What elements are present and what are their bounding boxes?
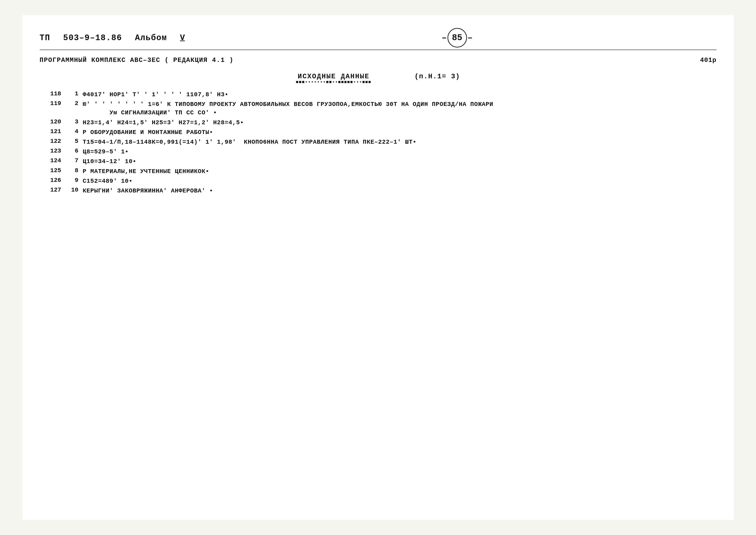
- row-num1: 121: [40, 128, 66, 135]
- row-num1: 123: [40, 148, 66, 154]
- row-num2: 9: [66, 177, 83, 183]
- data-header-left: ИСХОДНЫЕ ДАННЫЕ ■■■▪▪▪▪▪▪▪■■▪▪■■■■■▪▪▪■■…: [296, 72, 371, 84]
- row-num2: 2: [66, 100, 83, 107]
- row-num1: 120: [40, 119, 66, 125]
- header-album-label: Альбом: [135, 33, 167, 42]
- data-header: ИСХОДНЫЕ ДАННЫЕ ■■■▪▪▪▪▪▪▪■■▪▪■■■■■▪▪▪■■…: [40, 72, 716, 84]
- row-num1: 118: [40, 90, 66, 97]
- table-row: 1236Ц8=529–5' 1•: [40, 148, 716, 156]
- row-content: Ю' ' ' ' ' ' ' ' 1=6' К ТИПОВОМУ ПРОЕКТУ…: [83, 100, 716, 117]
- row-content: Т15=04–1/П,18–1148К=0,991(=14)' 1' 1,98'…: [83, 138, 716, 146]
- table-row: 1225Т15=04–1/П,18–1148К=0,991(=14)' 1' 1…: [40, 138, 716, 146]
- table-row: 1192Ю' ' ' ' ' ' ' ' 1=6' К ТИПОВОМУ ПРО…: [40, 100, 716, 117]
- header-code: 503–9–18.86: [63, 33, 122, 42]
- row-num1: 126: [40, 177, 66, 183]
- data-section-params: (п.Н.1= 3): [415, 72, 460, 80]
- row-content: Н23=1,4' Н24=1,5' Н25=3' Н27=1,2' Н28=4,…: [83, 119, 716, 127]
- table-row: 1181Ф4017' НОР1' Т' ' 1' ' ' ' 1107,8' Н…: [40, 90, 716, 99]
- table-row: 1247Ц10=34–12' 10•: [40, 157, 716, 166]
- table-row: 1258Р МАТЕРИАЛЫ,НЕ УЧТЕННЫЕ ЦЕННИКОК•: [40, 167, 716, 176]
- circle-badge: 85: [447, 28, 467, 47]
- row-num2: 3: [66, 119, 83, 125]
- row-num2: 6: [66, 148, 83, 154]
- row-num1: 125: [40, 167, 66, 174]
- header-center: 85: [198, 28, 716, 47]
- table-row: 1203Н23=1,4' Н24=1,5' Н25=3' Н27=1,2' Н2…: [40, 119, 716, 127]
- row-content: КЕРЫГНИ' ЗАКОВРЯЖИННА' АНФЕРОВА' •: [83, 186, 716, 195]
- row-num1: 122: [40, 138, 66, 145]
- table-row: 1269С152=489' 10•: [40, 177, 716, 185]
- row-content: Ц10=34–12' 10•: [83, 157, 716, 166]
- data-section-title: ИСХОДНЫЕ ДАННЫЕ: [296, 72, 371, 80]
- row-num2: 4: [66, 128, 83, 135]
- row-num2: 7: [66, 157, 83, 164]
- row-content: С152=489' 10•: [83, 177, 716, 185]
- row-num1: 127: [40, 186, 66, 193]
- row-num1: 119: [40, 100, 66, 107]
- row-num2: 1: [66, 90, 83, 97]
- row-content: Ф4017' НОР1' Т' ' 1' ' ' ' 1107,8' Н3•: [83, 90, 716, 99]
- row-content: Р ОБОРУДОВАНИЕ И МОНТАЖНЫЕ РАБОТЫ•: [83, 128, 716, 137]
- row-content: Ц8=529–5' 1•: [83, 148, 716, 156]
- row-num2: 8: [66, 167, 83, 174]
- subtitle-row: ПРОГРАММНЫЙ КОМПЛЕКС ABC–3ЕС ( РЕДАКЦИЯ …: [40, 57, 716, 64]
- subtitle-text: ПРОГРАММНЫЙ КОМПЛЕКС ABC–3ЕС ( РЕДАКЦИЯ …: [40, 57, 234, 64]
- row-num1: 124: [40, 157, 66, 164]
- page: ТП 503–9–18.86 Альбом V 85 ПРОГРАММНЫЙ К…: [22, 15, 734, 520]
- row-content: Р МАТЕРИАЛЫ,НЕ УЧТЕННЫЕ ЦЕННИКОК•: [83, 167, 716, 176]
- tp-label: ТП: [40, 33, 50, 42]
- table-row: 1214Р ОБОРУДОВАНИЕ И МОНТАЖНЫЕ РАБОТЫ•: [40, 128, 716, 137]
- row-num2: 5: [66, 138, 83, 145]
- data-section-underline: ■■■▪▪▪▪▪▪▪■■▪▪■■■■■▪▪▪■■■: [296, 80, 371, 84]
- header-album-num: V: [180, 33, 185, 42]
- table-container: 1181Ф4017' НОР1' Т' ' 1' ' ' ' 1107,8' Н…: [40, 90, 716, 195]
- header: ТП 503–9–18.86 Альбом V 85: [40, 28, 716, 50]
- table-row: 12710КЕРЫГНИ' ЗАКОВРЯЖИННА' АНФЕРОВА' •: [40, 186, 716, 195]
- row-num2: 10: [66, 186, 83, 193]
- page-number: 401р: [700, 57, 716, 64]
